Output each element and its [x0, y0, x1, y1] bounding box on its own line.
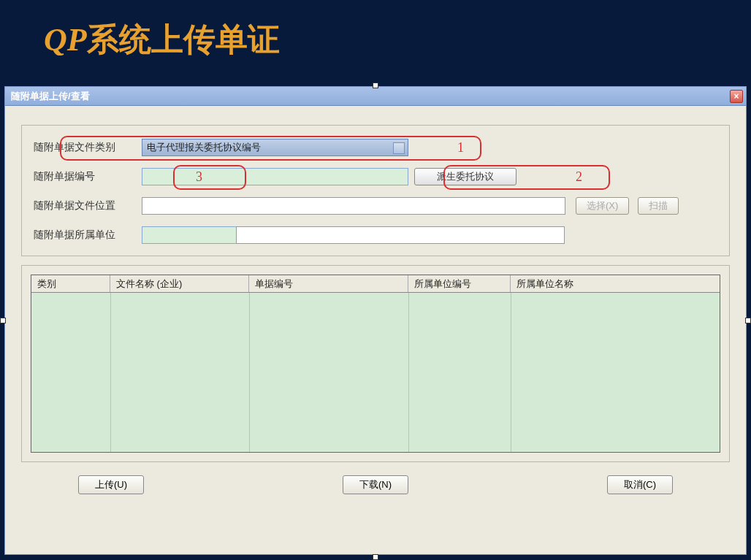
col-divider: [110, 293, 111, 452]
select-file-button[interactable]: 选择(X): [576, 197, 629, 215]
col-divider: [511, 293, 511, 452]
slide-title: QP系统上传单证: [0, 0, 751, 72]
col-header-type[interactable]: 类别: [31, 275, 110, 292]
title-qp: QP: [44, 22, 87, 58]
bottom-button-row: 上传(U) 下载(N) 取消(C): [5, 462, 746, 494]
table-panel: 类别 文件名称 (企业) 单据编号 所属单位编号 所属单位名称: [21, 265, 730, 462]
window-title: 随附单据上传/查看: [11, 90, 90, 103]
label-file-location: 随附单据文件位置: [32, 199, 142, 212]
col-divider: [249, 293, 250, 452]
col-header-doc-no[interactable]: 单据编号: [249, 275, 408, 292]
selection-handle-left: [0, 318, 6, 323]
data-table: 类别 文件名称 (企业) 单据编号 所属单位编号 所属单位名称: [31, 275, 720, 453]
close-icon: ×: [733, 92, 739, 101]
dropdown-file-type-value: 电子代理报关委托协议编号: [147, 141, 261, 154]
upload-button[interactable]: 上传(U): [78, 475, 144, 494]
titlebar: 随附单据上传/查看 ×: [5, 87, 746, 106]
col-header-unit-name[interactable]: 所属单位名称: [511, 275, 720, 292]
table-header-row: 类别 文件名称 (企业) 单据编号 所属单位编号 所属单位名称: [31, 275, 720, 293]
col-header-filename[interactable]: 文件名称 (企业): [110, 275, 249, 292]
title-rest: 系统上传单证: [87, 21, 280, 57]
selection-handle-bottom: [373, 554, 378, 560]
selection-handle-top: [373, 83, 378, 88]
close-button[interactable]: ×: [730, 90, 743, 103]
label-doc-number: 随附单据编号: [32, 170, 142, 183]
col-header-unit-code[interactable]: 所属单位编号: [408, 275, 511, 292]
dropdown-file-type[interactable]: 电子代理报关委托协议编号: [142, 139, 408, 156]
dialog-window: 随附单据上传/查看 × 1 随附单据文件类别 电子代理报关委托协议编号 3 2 …: [4, 86, 747, 555]
download-button[interactable]: 下载(N): [343, 475, 408, 494]
label-unit: 随附单据所属单位: [32, 229, 142, 242]
input-file-location[interactable]: [142, 197, 565, 215]
cancel-button[interactable]: 取消(C): [607, 475, 673, 494]
input-unit-name[interactable]: [236, 226, 565, 244]
col-divider: [408, 293, 409, 452]
table-body: [31, 293, 720, 452]
row-file-location: 随附单据文件位置 选择(X) 扫描: [32, 197, 719, 215]
label-file-type: 随附单据文件类别: [32, 141, 142, 154]
selection-handle-right: [745, 318, 751, 323]
row-file-type: 1 随附单据文件类别 电子代理报关委托协议编号: [32, 139, 719, 156]
input-doc-number[interactable]: [142, 168, 408, 185]
row-doc-number: 3 2 随附单据编号 派生委托协议: [32, 168, 719, 185]
annotation-number-1: 1: [457, 140, 464, 156]
input-unit-code[interactable]: [142, 226, 237, 244]
scan-button[interactable]: 扫描: [638, 197, 679, 215]
annotation-number-2: 2: [576, 169, 582, 185]
derive-agreement-button[interactable]: 派生委托协议: [414, 168, 516, 185]
row-unit: 随附单据所属单位: [32, 226, 719, 244]
form-panel: 1 随附单据文件类别 电子代理报关委托协议编号 3 2 随附单据编号 派生委托协…: [21, 125, 730, 256]
